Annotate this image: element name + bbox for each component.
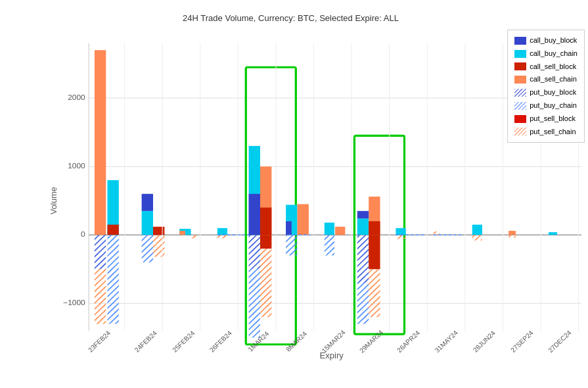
legend-item-call-buy-chain: call_buy_chain — [514, 47, 577, 61]
bar-23feb24-put-buy-block — [95, 235, 106, 269]
svg-text:26APR24: 26APR24 — [396, 329, 421, 354]
legend-item-put-buy-block: put_buy_block — [514, 86, 577, 99]
svg-text:2000: 2000 — [68, 93, 85, 101]
svg-text:−1000: −1000 — [63, 299, 85, 307]
svg-rect-10 — [514, 128, 526, 135]
bar-29mar24-put-buy-block — [357, 235, 369, 283]
legend-label: call_buy_block — [530, 34, 577, 47]
bar-27sep24-put-sell-chain — [509, 235, 516, 237]
bar-26feb24-call-buy-chain — [217, 228, 227, 235]
bar-27sep24-call-sell-chain — [509, 231, 516, 235]
legend: call_buy_block call_buy_chain call_sell_… — [507, 30, 585, 143]
legend-label: call_buy_chain — [530, 47, 577, 61]
svg-text:1000: 1000 — [68, 162, 85, 170]
svg-text:0: 0 — [81, 230, 85, 239]
bar-25feb24-call-sell-chain — [179, 231, 185, 235]
legend-item-put-buy-chain: put_buy_chain — [514, 99, 577, 112]
bar-28jun24-call-buy-chain — [472, 225, 482, 235]
legend-item-call-buy-block: call_buy_block — [514, 34, 577, 47]
bar-26apr24-put-sell-chain — [396, 235, 405, 239]
bar-23feb24-put-buy-chain — [107, 235, 118, 324]
svg-text:Volume: Volume — [49, 187, 58, 214]
legend-item-call-sell-chain: call_sell_chain — [514, 73, 577, 86]
bar-24feb24-call-sell-block — [153, 227, 164, 235]
svg-rect-2 — [514, 62, 526, 70]
svg-text:23FEB24: 23FEB24 — [87, 329, 112, 354]
bar-23feb24-call-sell-block — [107, 225, 118, 235]
legend-label: call_sell_chain — [530, 73, 577, 86]
svg-rect-0 — [514, 37, 526, 45]
svg-text:25FEB24: 25FEB24 — [171, 329, 196, 354]
bar-1mar24-call-sell-block — [260, 208, 271, 235]
legend-label: put_sell_chain — [530, 126, 576, 139]
bar-15mar24-put-buy-chain — [325, 235, 334, 255]
bar-29mar24-put-sell-block — [369, 235, 380, 269]
legend-label: put_buy_chain — [530, 99, 577, 112]
bar-29mar24-call-buy-block — [357, 211, 369, 218]
bar-23feb24-call-sell-chain — [95, 50, 106, 235]
bar-1mar24-put-buy-chain — [249, 269, 260, 337]
bar-25feb24-put-sell-chain — [191, 235, 197, 238]
svg-text:24FEB24: 24FEB24 — [133, 329, 159, 354]
bar-8mar24-put-buy-chain — [286, 235, 297, 255]
svg-rect-1 — [514, 50, 526, 58]
legend-item-put-sell-block: put_sell_block — [514, 112, 577, 126]
svg-text:29MAR24: 29MAR24 — [358, 329, 385, 354]
legend-item-put-sell-chain: put_sell_chain — [514, 126, 577, 139]
svg-text:26FEB24: 26FEB24 — [208, 329, 234, 354]
bar-24feb24-put-sell-chain — [153, 235, 164, 256]
bar-8mar24-call-buy-block — [286, 221, 292, 235]
legend-label: put_sell_block — [530, 112, 576, 126]
legend-label: call_sell_block — [530, 61, 576, 74]
bar-24feb24-call-buy-block — [142, 194, 153, 211]
bar-8mar24-call-sell-chain — [298, 204, 309, 235]
chart-title: 24H Trade Volume, Currency: BTC, Selecte… — [0, 13, 581, 23]
bar-1mar24-put-buy-block — [249, 235, 260, 269]
svg-text:27DEC24: 27DEC24 — [547, 329, 573, 354]
svg-text:31MAY24: 31MAY24 — [434, 329, 460, 354]
main-chart-svg: 2000 1000 0 −1000 Volume Expiry — [46, 30, 581, 365]
bar-24feb24-call-buy-chain — [142, 211, 153, 235]
chart-container: 24H Trade Volume, Currency: BTC, Selecte… — [0, 0, 588, 388]
bar-29mar24-put-buy-chain — [357, 283, 369, 324]
svg-rect-5 — [514, 89, 526, 97]
svg-rect-7 — [514, 102, 526, 110]
svg-text:27SEP24: 27SEP24 — [509, 329, 535, 353]
chart-area: call_buy_block call_buy_chain call_sell_… — [46, 30, 581, 365]
bar-15mar24-call-sell-chain — [335, 227, 345, 235]
svg-rect-3 — [514, 76, 526, 84]
svg-text:28JUN24: 28JUN24 — [472, 329, 497, 354]
bar-1mar24-call-buy-block — [249, 194, 260, 235]
bar-27dec24-call-buy-chain — [549, 232, 557, 235]
bar-29mar24-call-sell-block — [369, 221, 380, 235]
legend-item-call-sell-block: call_sell_block — [514, 61, 577, 74]
bar-24feb24-put-buy-chain — [142, 235, 153, 262]
bar-29mar24-put-sell-chain — [369, 269, 380, 317]
bar-29mar24-call-buy-chain — [357, 218, 369, 235]
bar-1mar24-put-sell-block — [260, 235, 271, 249]
bar-23feb24-put-sell-chain — [95, 269, 106, 324]
legend-label: put_buy_block — [530, 86, 576, 99]
bar-15mar24-call-buy-chain — [325, 223, 334, 235]
svg-rect-8 — [514, 115, 526, 123]
bar-26apr24-call-buy-chain — [396, 228, 405, 235]
bar-28jun24-put-sell-chain — [472, 235, 482, 240]
